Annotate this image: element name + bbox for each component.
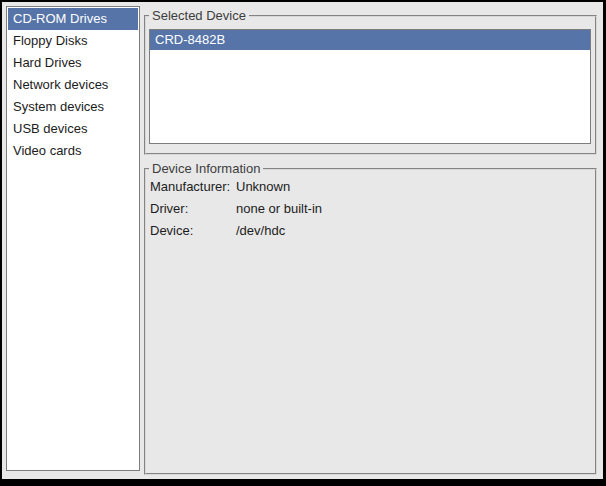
- sidebar-item-hard-drives[interactable]: Hard Drives: [8, 52, 138, 74]
- driver-value: none or built-in: [236, 198, 322, 220]
- hardware-browser-window: { "colors": { "selection_bg": "#5674a8",…: [0, 0, 606, 486]
- device-label: Device:: [150, 220, 236, 242]
- selected-device-frame-title: Selected Device: [149, 8, 249, 23]
- sidebar-item-usb-devices[interactable]: USB devices: [8, 118, 138, 140]
- device-information-table: Manufacturer:Unknown Driver:none or buil…: [150, 176, 591, 242]
- driver-label: Driver:: [150, 198, 236, 220]
- selected-device-frame: Selected Device CRD-8482B: [144, 15, 597, 155]
- info-row-device: Device:/dev/hdc: [150, 220, 591, 242]
- window-content: CD-ROM Drives Floppy Disks Hard Drives N…: [2, 2, 603, 479]
- device-value: /dev/hdc: [236, 220, 285, 242]
- sidebar-item-video-cards[interactable]: Video cards: [8, 140, 138, 162]
- sidebar-item-floppy-disks[interactable]: Floppy Disks: [8, 30, 138, 52]
- category-list[interactable]: CD-ROM Drives Floppy Disks Hard Drives N…: [6, 6, 140, 471]
- device-list[interactable]: CRD-8482B: [149, 29, 591, 144]
- sidebar-item-cdrom-drives[interactable]: CD-ROM Drives: [8, 8, 138, 30]
- info-row-manufacturer: Manufacturer:Unknown: [150, 176, 591, 198]
- device-information-frame: Device Information Manufacturer:Unknown …: [144, 168, 597, 475]
- device-information-frame-title: Device Information: [149, 161, 263, 176]
- manufacturer-label: Manufacturer:: [150, 176, 236, 198]
- sidebar-item-system-devices[interactable]: System devices: [8, 96, 138, 118]
- device-list-item[interactable]: CRD-8482B: [150, 30, 590, 50]
- info-row-driver: Driver:none or built-in: [150, 198, 591, 220]
- manufacturer-value: Unknown: [236, 176, 290, 198]
- sidebar-item-network-devices[interactable]: Network devices: [8, 74, 138, 96]
